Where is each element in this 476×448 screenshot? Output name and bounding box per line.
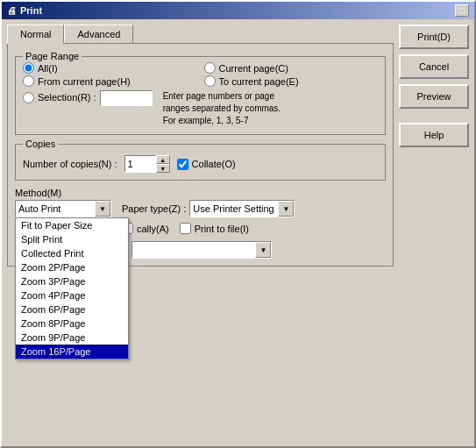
help-button[interactable]: Help xyxy=(399,123,469,147)
tab-content: Page Range All(I) Current page(C) Fro xyxy=(7,43,394,267)
method-select-row: Auto Print ▼ xyxy=(15,200,111,217)
radio-from-current-input[interactable] xyxy=(23,75,34,87)
radio-all-input[interactable] xyxy=(23,62,34,74)
collate-checkbox[interactable] xyxy=(177,159,188,170)
dropdown-item-zoom6[interactable]: Zoom 6P/Page xyxy=(16,302,128,316)
printer-select-container: ▼ xyxy=(131,241,295,259)
spin-down[interactable]: ▼ xyxy=(156,164,170,173)
radio-current-page-input[interactable] xyxy=(204,62,216,74)
printer-icon: 🖨 xyxy=(7,5,17,16)
scale-option[interactable]: cally(A) xyxy=(122,223,169,234)
main-panel: Normal Advanced Page Range All(I) xyxy=(7,25,394,267)
dropdown-item-zoom8[interactable]: Zoom 8P/Page xyxy=(16,316,128,331)
collate-option[interactable]: Collate(O) xyxy=(177,159,236,170)
selection-input[interactable] xyxy=(100,90,153,106)
tab-normal[interactable]: Normal xyxy=(7,25,64,44)
method-section: Method(M) Auto Print ▼ xyxy=(15,188,386,259)
radio-to-current-input[interactable] xyxy=(204,75,216,87)
dropdown-item-zoom4[interactable]: Zoom 4P/Page xyxy=(16,288,128,302)
maximize-button[interactable]: □ xyxy=(455,4,469,17)
preview-button[interactable]: Preview xyxy=(399,84,469,109)
cancel-button[interactable]: Cancel xyxy=(399,54,469,79)
radio-to-current[interactable]: To current page(E) xyxy=(204,75,379,87)
page-range-options: All(I) Current page(C) From current page… xyxy=(23,62,378,87)
print-to-file-option[interactable]: Print to file(I) xyxy=(180,223,249,234)
radio-all-label: All(I) xyxy=(38,63,58,74)
method-row: Auto Print ▼ Fit to Paper Size Split Pri… xyxy=(15,200,386,259)
print-to-file-checkbox[interactable] xyxy=(180,223,191,234)
radio-from-current[interactable]: From current page(H) xyxy=(23,75,197,87)
printer-display[interactable]: ▼ xyxy=(131,241,272,259)
page-range-group: Page Range All(I) Current page(C) Fro xyxy=(15,56,386,135)
right-options: Paper type(Z) : Use Printer Setting ▼ xyxy=(122,200,295,259)
copies-group: Copies Number of copies(N) : ▲ ▼ xyxy=(15,144,386,181)
radio-selection-input[interactable] xyxy=(23,92,34,103)
dropdown-item-zoom2[interactable]: Zoom 2P/Page xyxy=(16,260,128,274)
printer-arrow[interactable]: ▼ xyxy=(255,242,271,258)
side-buttons: Print(D) Cancel Preview Help xyxy=(399,25,469,267)
dropdown-item-split[interactable]: Split Print xyxy=(16,232,128,246)
scale-label: cally(A) xyxy=(137,224,169,234)
dropdown-item-zoom16[interactable]: Zoom 16P/Page xyxy=(16,345,128,359)
main-content: Normal Advanced Page Range All(I) xyxy=(2,19,474,272)
print-to-file-label: Print to file(I) xyxy=(195,224,249,234)
spin-up[interactable]: ▲ xyxy=(156,155,170,164)
dropdown-item-zoom3[interactable]: Zoom 3P/Page xyxy=(16,274,128,288)
copies-label: Copies xyxy=(23,139,58,149)
hint-text: Enter page numbers or page ranges separa… xyxy=(163,90,281,127)
method-dropdown-list: Fit to Paper Size Split Print Collected … xyxy=(15,217,129,359)
selection-row: Selection(R) : Enter page numbers or pag… xyxy=(23,90,378,127)
method-label: Method(M) xyxy=(15,188,386,198)
collate-label: Collate(O) xyxy=(192,159,236,169)
copies-spinner: ▲ ▼ xyxy=(124,155,170,173)
radio-selection[interactable]: Selection(R) : xyxy=(23,92,96,127)
radio-selection-label: Selection(R) : xyxy=(38,92,96,103)
paper-type-arrow[interactable]: ▼ xyxy=(278,201,294,217)
method-select-display[interactable]: Auto Print ▼ xyxy=(15,200,111,217)
copies-number-label: Number of copies(N) : xyxy=(23,159,117,169)
dropdown-item-collected[interactable]: Collected Print xyxy=(16,246,128,260)
print-button[interactable]: Print(D) xyxy=(399,25,469,49)
printer-row: P ▼ xyxy=(122,241,295,259)
tab-bar: Normal Advanced xyxy=(7,25,394,44)
copies-input[interactable] xyxy=(124,155,156,173)
page-range-label: Page Range xyxy=(23,51,82,61)
radio-to-current-label: To current page(E) xyxy=(219,76,299,87)
paper-type-select-container: Use Printer Setting ▼ xyxy=(189,200,295,217)
radio-from-current-label: From current page(H) xyxy=(38,76,131,87)
title-bar-text: 🖨 Print xyxy=(7,5,42,16)
radio-all[interactable]: All(I) xyxy=(23,62,197,74)
spin-buttons: ▲ ▼ xyxy=(156,155,170,173)
radio-current-page-label: Current page(C) xyxy=(219,63,288,74)
dropdown-item-fit[interactable]: Fit to Paper Size xyxy=(16,218,128,232)
print-dialog: 🖨 Print □ Normal Advanced Page Range xyxy=(0,0,476,448)
paper-type-label: Paper type(Z) : xyxy=(122,203,186,214)
title-bar-buttons: □ xyxy=(455,4,469,17)
dropdown-item-zoom9[interactable]: Zoom 9P/Page xyxy=(16,331,128,345)
method-dropdown-container: Auto Print ▼ Fit to Paper Size Split Pri… xyxy=(15,200,111,217)
tab-advanced[interactable]: Advanced xyxy=(64,25,133,44)
radio-current-page[interactable]: Current page(C) xyxy=(204,62,379,74)
copies-row: Number of copies(N) : ▲ ▼ Collate(O) xyxy=(23,155,378,173)
paper-type-display[interactable]: Use Printer Setting ▼ xyxy=(189,200,295,217)
title-bar: 🖨 Print □ xyxy=(2,2,474,19)
print-options-row: cally(A) Print to file(I) xyxy=(122,223,295,234)
paper-type-row: Paper type(Z) : Use Printer Setting ▼ xyxy=(122,200,295,217)
method-dropdown-arrow[interactable]: ▼ xyxy=(95,201,110,217)
